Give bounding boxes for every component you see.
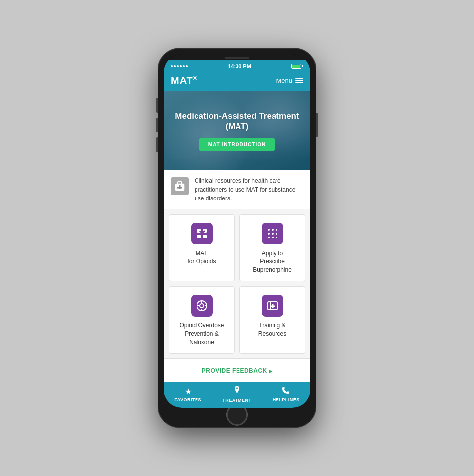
phone-speaker-area <box>164 54 310 60</box>
description-text: Clinical resources for health care pract… <box>195 176 303 203</box>
status-time: 14:30 PM <box>228 63 251 69</box>
description-row: Clinical resources for health care pract… <box>164 170 310 209</box>
signal-dot-3 <box>177 65 179 67</box>
signal-dot-5 <box>183 65 185 67</box>
signal-indicators <box>171 65 188 67</box>
hero-title: Medication-Assisted Treatment (MAT) <box>174 111 300 132</box>
svg-point-12 <box>268 233 270 235</box>
svg-point-19 <box>200 304 204 308</box>
treatment-icon <box>234 386 240 397</box>
hero-section: Medication-Assisted Treatment (MAT) MAT … <box>164 91 310 170</box>
medkit-icon <box>171 177 189 195</box>
speaker-grille <box>225 57 249 59</box>
svg-point-10 <box>272 229 274 231</box>
helplines-icon <box>282 386 290 396</box>
svg-point-16 <box>272 237 274 238</box>
training-resources-label: Training &Resources <box>258 321 286 338</box>
status-bar: 14:30 PM <box>164 60 310 71</box>
favorites-label: FAVORITES <box>174 397 201 402</box>
mat-opioids-card[interactable]: ✱ MATfor Opioids <box>169 214 235 281</box>
svg-point-11 <box>276 229 277 231</box>
svg-text:✱: ✱ <box>198 229 205 237</box>
feedback-link[interactable]: PROVIDE FEEDBACK <box>202 367 273 374</box>
mat-opioids-icon: ✱ <box>191 223 213 244</box>
app-header: MATX Menu <box>164 71 310 91</box>
hamburger-icon <box>295 78 303 83</box>
training-resources-icon <box>262 295 283 317</box>
hero-content: Medication-Assisted Treatment (MAT) MAT … <box>164 111 310 151</box>
phone-device: 14:30 PM MATX Menu <box>158 48 316 428</box>
menu-button[interactable]: Menu <box>276 77 303 84</box>
battery-tip <box>302 65 303 67</box>
nav-treatment[interactable]: TREATMENT <box>222 386 251 403</box>
nav-helplines[interactable]: HELPLINES <box>273 386 300 402</box>
menu-label: Menu <box>276 77 292 84</box>
opioid-overdose-icon <box>191 295 213 317</box>
opioid-overdose-card[interactable]: Opioid OverdosePrevention &Naloxone <box>169 286 235 354</box>
opioid-overdose-label: Opioid OverdosePrevention &Naloxone <box>179 321 224 346</box>
mat-opioids-label: MATfor Opioids <box>187 249 216 266</box>
bottom-nav: ★ FAVORITES TREATMENT HELPL <box>164 382 310 408</box>
battery-fill <box>292 65 300 68</box>
svg-point-14 <box>276 233 277 235</box>
svg-rect-1 <box>178 182 182 184</box>
signal-dot-4 <box>180 65 182 67</box>
app-logo: MATX <box>171 75 197 86</box>
card-grid: ✱ MATfor Opioids <box>164 209 310 359</box>
battery-body <box>291 64 301 69</box>
training-resources-card[interactable]: Training &Resources <box>239 286 305 354</box>
svg-rect-27 <box>270 306 275 307</box>
battery-indicator <box>291 64 303 69</box>
home-button-area <box>164 408 310 422</box>
apply-prescribe-card[interactable]: Apply toPrescribeBuprenorphine <box>239 214 305 281</box>
apply-prescribe-label: Apply toPrescribeBuprenorphine <box>253 249 292 274</box>
mat-intro-button[interactable]: MAT INTRODUCTION <box>199 138 275 151</box>
apply-prescribe-icon <box>262 223 283 244</box>
svg-point-28 <box>236 387 238 389</box>
signal-dot-2 <box>174 65 176 67</box>
phone-screen: 14:30 PM MATX Menu <box>164 54 310 408</box>
feedback-row: PROVIDE FEEDBACK <box>164 358 310 382</box>
signal-dot-1 <box>171 65 173 67</box>
treatment-label: TREATMENT <box>222 398 251 403</box>
svg-point-9 <box>268 229 270 231</box>
signal-dot-6 <box>186 65 188 67</box>
svg-point-13 <box>272 233 274 235</box>
favorites-icon: ★ <box>185 387 192 396</box>
helplines-label: HELPLINES <box>273 397 300 402</box>
logo-subscript: X <box>193 75 197 81</box>
svg-point-15 <box>268 237 270 238</box>
svg-rect-3 <box>177 187 182 188</box>
svg-point-17 <box>276 237 277 238</box>
nav-favorites[interactable]: ★ FAVORITES <box>174 387 201 402</box>
